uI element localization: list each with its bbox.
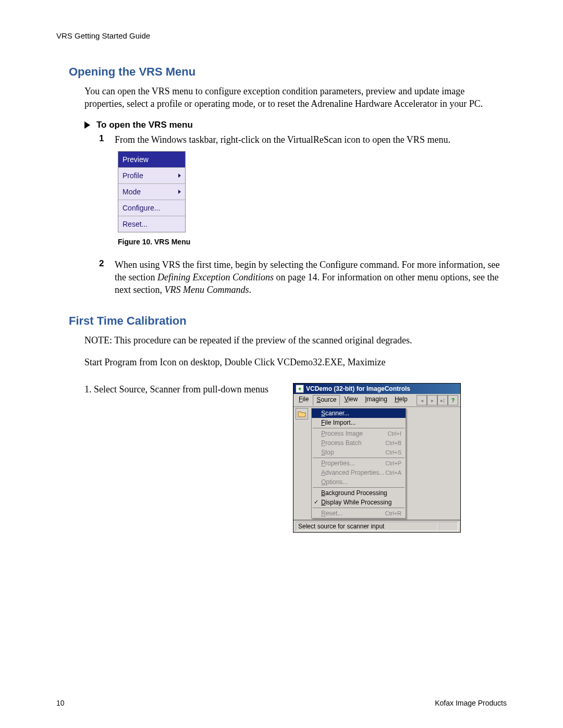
menu-item-label: Preview: [123, 155, 149, 164]
dropdown-item: Process ImageCtrl+I: [312, 429, 406, 438]
menubar: File Source View Imaging Help ◂ ▸ ▸| ?: [293, 394, 460, 407]
section-opening-vrs-menu: Opening the VRS Menu: [69, 65, 507, 79]
page-header: VRS Getting Started Guide: [56, 31, 507, 40]
menu-separator: [313, 508, 405, 508]
source-dropdown: Scanner...File Import...Process ImageCtr…: [311, 408, 406, 519]
footer-right: Kofax Image Products: [435, 699, 507, 707]
toolbar: Scanner...File Import...Process ImageCtr…: [293, 407, 460, 520]
vrs-context-menu: Preview Profile Mode Configure... Reset.…: [118, 151, 186, 232]
dropdown-label: Properties...: [321, 460, 355, 467]
dropdown-item[interactable]: File Import...: [312, 418, 406, 427]
vcdemo-window: ✦ VCDemo (32-bit) for ImageControls File…: [293, 383, 461, 533]
dropdown-label: Process Image: [321, 430, 363, 437]
menu-view[interactable]: View: [341, 395, 361, 405]
menu-item-label: Mode: [123, 188, 141, 196]
open-folder-icon[interactable]: [296, 408, 308, 419]
text: .: [249, 285, 251, 295]
dropdown-item[interactable]: Background Processing: [312, 488, 406, 498]
dropdown-label: Stop: [321, 449, 334, 456]
emphasis: Defining Exception Conditions: [157, 272, 274, 282]
nav-last-icon[interactable]: ▸|: [437, 395, 448, 405]
emphasis: VRS Menu Commands: [164, 285, 249, 295]
page-footer: 10 Kofax Image Products: [56, 699, 507, 707]
menu-item-reset[interactable]: Reset...: [118, 216, 185, 232]
shortcut-label: Ctrl+R: [385, 510, 401, 516]
step-number: 1: [99, 133, 106, 146]
calibration-note: NOTE: This procedure can be repeated if …: [84, 334, 507, 347]
menu-item-label: Reset...: [123, 220, 148, 228]
dropdown-label: Background Processing: [321, 489, 387, 497]
menu-item-configure[interactable]: Configure...: [118, 200, 185, 216]
shortcut-label: Ctrl+B: [385, 440, 401, 446]
menu-imaging[interactable]: Imaging: [362, 395, 390, 405]
nav-prev-icon[interactable]: ▸: [427, 395, 437, 405]
submenu-arrow-icon: [178, 190, 181, 194]
status-text: Select source for scanner input: [296, 522, 438, 531]
dropdown-label: File Import...: [321, 419, 356, 426]
dropdown-item: Options...: [312, 477, 406, 487]
procedure-heading: To open the VRS menu: [84, 120, 507, 130]
window-title: VCDemo (32-bit) for ImageControls: [306, 385, 410, 392]
toolbar-nav: ◂ ▸ ▸| ?: [417, 395, 458, 405]
nav-first-icon[interactable]: ◂: [417, 395, 427, 405]
dropdown-item: Properties...Ctrl+P: [312, 459, 406, 468]
step-number: 2: [99, 258, 106, 297]
menu-item-label: Configure...: [123, 204, 160, 212]
menu-help[interactable]: Help: [391, 395, 411, 405]
menu-source[interactable]: Source: [313, 395, 340, 405]
shortcut-label: Ctrl+A: [385, 470, 401, 476]
calibration-start: Start Program from Icon on desktop, Doub…: [84, 356, 507, 368]
procedure-title: To open the VRS menu: [96, 120, 193, 130]
dropdown-item[interactable]: Scanner...: [312, 409, 406, 418]
dropdown-item: Reset...Ctrl+R: [312, 509, 406, 518]
menu-item-label: Profile: [123, 171, 143, 180]
figure-caption-vrs-menu: Figure 10. VRS Menu: [118, 238, 507, 246]
dropdown-label: Scanner...: [321, 410, 349, 417]
shortcut-label: Ctrl+I: [387, 430, 401, 437]
shortcut-label: Ctrl+P: [385, 460, 401, 466]
menu-item-profile[interactable]: Profile: [118, 168, 185, 184]
dropdown-label: Process Batch: [321, 439, 361, 447]
menu-item-preview[interactable]: Preview: [118, 152, 185, 168]
menu-file[interactable]: File: [296, 395, 312, 405]
shortcut-label: Ctrl+S: [385, 449, 401, 455]
page-number: 10: [56, 699, 65, 707]
menu-item-mode[interactable]: Mode: [118, 184, 185, 200]
window-titlebar: ✦ VCDemo (32-bit) for ImageControls: [293, 384, 460, 394]
dropdown-label: Advanced Properties...: [321, 469, 384, 476]
help-icon[interactable]: ?: [448, 395, 458, 405]
calibration-step1: 1. Select Source, Scanner from pull-down…: [84, 383, 272, 396]
step-text: From the Windows taskbar, right-click on…: [115, 133, 507, 146]
dropdown-label: Options...: [321, 478, 348, 486]
app-icon: ✦: [296, 385, 304, 393]
dropdown-label: Reset...: [321, 510, 342, 517]
status-cell: [438, 522, 458, 531]
step-2: 2 When using VRS the first time, begin b…: [99, 258, 507, 297]
triangle-icon: [84, 121, 90, 129]
dropdown-item: Process BatchCtrl+B: [312, 438, 406, 448]
statusbar: Select source for scanner input: [293, 520, 460, 532]
menu-separator: [313, 487, 405, 488]
submenu-arrow-icon: [178, 174, 181, 178]
section1-intro: You can open the VRS menu to configure e…: [84, 85, 507, 110]
dropdown-label: Display While Processing: [321, 499, 391, 506]
section-first-time-calibration: First Time Calibration: [69, 314, 507, 328]
dropdown-item[interactable]: ✓Display While Processing: [312, 498, 406, 507]
step-text: When using VRS the first time, begin by …: [115, 258, 507, 297]
menu-separator: [313, 428, 405, 428]
dropdown-item: StopCtrl+S: [312, 448, 406, 457]
dropdown-item: Advanced Properties...Ctrl+A: [312, 468, 406, 477]
menu-separator: [313, 458, 405, 458]
check-icon: ✓: [314, 499, 319, 505]
step-1: 1 From the Windows taskbar, right-click …: [99, 133, 507, 146]
